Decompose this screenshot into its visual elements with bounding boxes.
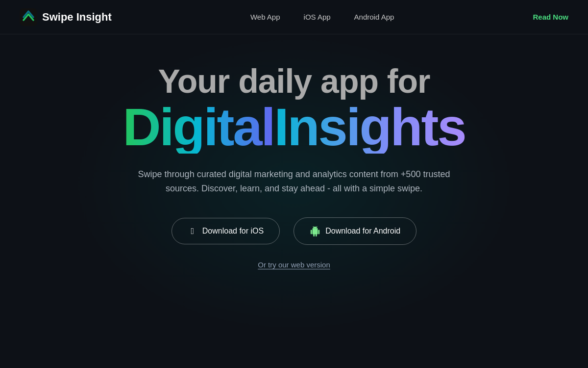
nav-links: Web App iOS App Android App <box>250 13 394 21</box>
cta-buttons:  Download for iOS Download for Android <box>172 217 416 245</box>
download-ios-button[interactable]:  Download for iOS <box>172 218 280 244</box>
logo-link[interactable]: Swipe Insight <box>20 8 112 26</box>
web-version-link[interactable]: Or try our web version <box>258 261 330 269</box>
hero-line1: Your daily app for <box>158 64 430 99</box>
logo-icon <box>20 8 37 26</box>
btn-ios-label: Download for iOS <box>202 227 264 236</box>
nav-android-app[interactable]: Android App <box>354 13 394 21</box>
hero-word-digital: Digital <box>122 101 274 154</box>
download-android-button[interactable]: Download for Android <box>294 217 416 245</box>
hero-description: Swipe through curated digital marketing … <box>122 167 466 196</box>
nav-ios-app[interactable]: iOS App <box>304 13 331 21</box>
logo-text: Swipe Insight <box>42 11 112 24</box>
nav-web-app[interactable]: Web App <box>250 13 280 21</box>
hero-word-insights: Insights <box>274 101 465 154</box>
read-now-button[interactable]: Read Now <box>533 13 568 21</box>
apple-icon:  <box>188 226 197 236</box>
android-icon <box>310 226 320 237</box>
navbar: Swipe Insight Web App iOS App Android Ap… <box>0 0 588 34</box>
hero-section: Your daily app for Digital Insights Swip… <box>0 34 588 289</box>
btn-android-label: Download for Android <box>325 227 400 236</box>
hero-title-row: Digital Insights <box>122 101 465 154</box>
